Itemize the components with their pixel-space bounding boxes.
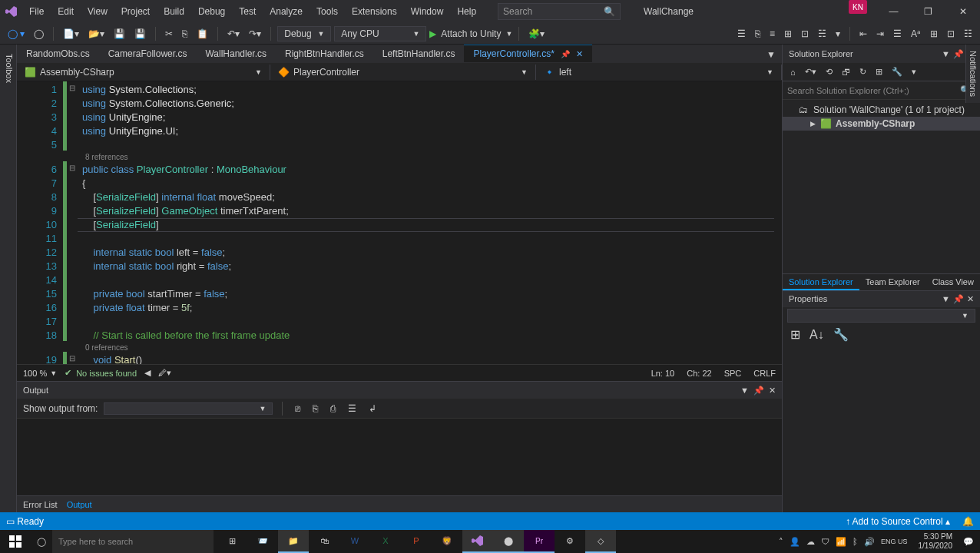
start-debug-button[interactable]: ▶Attach to Unity ▼	[429, 28, 512, 39]
tb-r14-icon[interactable]: ☷	[961, 27, 975, 41]
se-tb7-icon[interactable]: 🔧	[889, 65, 906, 78]
tb-r4-icon[interactable]: ⊞	[781, 27, 795, 41]
save-all-icon[interactable]: 💾	[131, 27, 149, 41]
se-pin-icon[interactable]: 📌	[953, 49, 964, 59]
tb-r12-icon[interactable]: ⊞	[927, 27, 941, 41]
menu-build[interactable]: Build	[157, 2, 190, 22]
app-vs-icon[interactable]	[462, 530, 493, 553]
props-cat-icon[interactable]: ⊞	[787, 326, 803, 343]
tb-r11-icon[interactable]: Aᵃ	[908, 27, 924, 41]
props-close-icon[interactable]: ✕	[967, 294, 974, 304]
expand-icon[interactable]: ▶	[810, 120, 816, 127]
tray-notif-icon[interactable]: 💬	[963, 537, 974, 547]
tab-playercontroller[interactable]: PlayerController.cs* 📌 ✕	[464, 45, 591, 63]
taskbar-search[interactable]: Type here to search	[52, 530, 214, 553]
app-unity-icon[interactable]: ◇	[585, 530, 616, 553]
tray-onedrive-icon[interactable]: ☁	[806, 537, 815, 547]
output-source-dropdown[interactable]: ▼	[104, 402, 273, 415]
user-badge[interactable]: KN	[849, 0, 867, 14]
code-lines[interactable]: using System.Collections;using System.Co…	[78, 81, 782, 364]
tb-r13-icon[interactable]: ⊡	[944, 27, 958, 41]
tray-lang[interactable]: ENG US	[881, 538, 908, 545]
tab-randomobs[interactable]: RandomObs.cs	[17, 45, 99, 63]
se-refresh-icon[interactable]: ↻	[856, 65, 869, 78]
panel-menu-icon[interactable]: ▼	[740, 386, 749, 396]
app-explorer-icon[interactable]: 📁	[278, 530, 309, 553]
source-control-button[interactable]: ↑ Add to Source Control ▴	[846, 516, 950, 527]
output-tb5-icon[interactable]: ↲	[366, 402, 379, 416]
app-premiere-icon[interactable]: Pr	[524, 530, 555, 553]
redo-icon[interactable]: ↷▾	[246, 27, 264, 41]
se-tab-class[interactable]: Class View	[926, 274, 980, 290]
tb-r2-icon[interactable]: ⎘	[752, 27, 763, 41]
se-tree[interactable]: 🗂 Solution 'WallChange' (1 of 1 project)…	[783, 100, 980, 273]
tab-rightbtn[interactable]: RightBtnHandler.cs	[276, 45, 373, 63]
se-sync-icon[interactable]: ⟲	[823, 65, 836, 78]
close-tab-icon[interactable]: ✕	[576, 49, 583, 59]
props-menu-icon[interactable]: ▼	[942, 294, 950, 304]
zoom-level[interactable]: 100 % ▼	[23, 369, 57, 378]
cut-icon[interactable]: ✂	[162, 27, 176, 41]
se-solution-node[interactable]: 🗂 Solution 'WallChange' (1 of 1 project)	[783, 103, 980, 117]
menu-file[interactable]: File	[23, 2, 50, 22]
se-home-icon[interactable]: ⌂	[787, 66, 799, 78]
start-button[interactable]	[0, 535, 31, 548]
menu-project[interactable]: Project	[115, 2, 156, 22]
se-tab-solution[interactable]: Solution Explorer	[783, 274, 859, 290]
save-icon[interactable]: 💾	[111, 27, 128, 41]
tray-bt-icon[interactable]: ᛒ	[853, 537, 858, 546]
tb-r10-icon[interactable]: ☰	[890, 27, 905, 41]
pin-icon[interactable]: 📌	[561, 50, 570, 58]
line-ending[interactable]: CRLF	[753, 369, 776, 378]
se-tb8-icon[interactable]: ▾	[909, 65, 919, 78]
indent-mode[interactable]: SPC	[724, 369, 742, 378]
output-body[interactable]	[17, 419, 782, 495]
nav-member-dropdown[interactable]: 🔹 left▼	[536, 65, 782, 80]
menu-help[interactable]: Help	[451, 2, 482, 22]
tb-r5-icon[interactable]: ⊡	[798, 27, 812, 41]
panel-pin-icon[interactable]: 📌	[753, 386, 764, 396]
se-search[interactable]: Search Solution Explorer (Ctrl+;) 🔍▾	[783, 81, 980, 100]
tray-people-icon[interactable]: 👤	[790, 537, 800, 547]
menu-test[interactable]: Test	[233, 2, 262, 22]
menu-tools[interactable]: Tools	[310, 2, 344, 22]
tab-output[interactable]: Output	[67, 500, 92, 509]
props-az-icon[interactable]: A↓	[806, 326, 827, 343]
issues-indicator[interactable]: ✔No issues found	[65, 368, 137, 378]
menu-window[interactable]: Window	[405, 2, 450, 22]
minimize-button[interactable]: —	[876, 0, 911, 23]
app-word-icon[interactable]: W	[339, 530, 370, 553]
quick-search[interactable]: Search 🔍	[498, 3, 621, 20]
se-menu-icon[interactable]: ▼	[942, 49, 950, 59]
menu-debug[interactable]: Debug	[192, 2, 231, 22]
new-project-icon[interactable]: 📄▾	[60, 27, 82, 41]
open-icon[interactable]: 📂▾	[85, 27, 108, 41]
copy-icon[interactable]: ⎘	[179, 27, 190, 41]
menu-analyze[interactable]: Analyze	[263, 2, 309, 22]
menu-edit[interactable]: Edit	[51, 2, 80, 22]
se-tb4-icon[interactable]: 🗗	[839, 66, 853, 78]
se-tb6-icon[interactable]: ⊞	[872, 65, 886, 78]
tray-clock[interactable]: 5:30 PM 1/19/2020	[914, 531, 958, 552]
tab-notifications[interactable]: Notifications	[965, 45, 980, 103]
output-tb2-icon[interactable]: ⎘	[310, 402, 321, 416]
paste-icon[interactable]: 📋	[194, 27, 211, 41]
tb-r3-icon[interactable]: ≡	[766, 27, 778, 41]
nav-project-dropdown[interactable]: 🟩 Assembly-CSharp▼	[17, 65, 270, 80]
tab-error-list[interactable]: Error List	[23, 500, 58, 509]
close-button[interactable]: ✕	[945, 0, 980, 23]
output-tb3-icon[interactable]: ⎙	[327, 402, 339, 416]
tab-wallhandler[interactable]: WallHandler.cs	[196, 45, 276, 63]
app-store-icon[interactable]: 🛍	[309, 530, 339, 553]
tab-camerafollower[interactable]: CameraFollower.cs	[99, 45, 197, 63]
se-tab-team[interactable]: Team Explorer	[859, 274, 926, 290]
props-pin-icon[interactable]: 📌	[953, 294, 964, 304]
taskview-icon[interactable]: ⊞	[217, 530, 247, 553]
output-tb1-icon[interactable]: ⎚	[292, 402, 303, 416]
panel-close-icon[interactable]: ✕	[769, 386, 776, 396]
tb-r8-icon[interactable]: ⇤	[856, 27, 870, 41]
tray-vol-icon[interactable]: 🔊	[864, 537, 875, 547]
app-settings-icon[interactable]: ⚙	[555, 530, 585, 553]
se-project-node[interactable]: ▶ 🟩 Assembly-CSharp	[783, 117, 980, 131]
se-back-icon[interactable]: ↶▾	[802, 65, 819, 78]
